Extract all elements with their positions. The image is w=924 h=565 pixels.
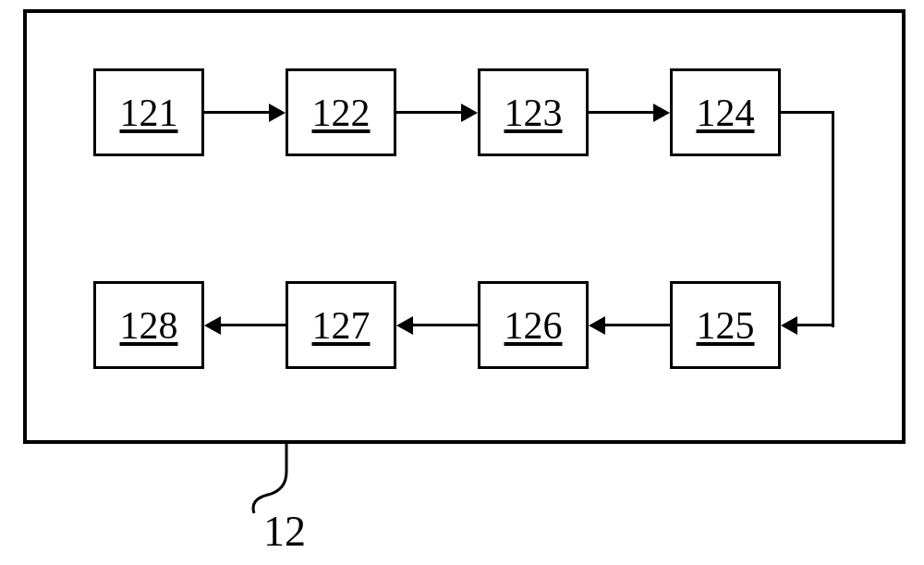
arrowhead-124-125 bbox=[781, 316, 797, 335]
block-121: 121 bbox=[93, 68, 204, 156]
block-123: 123 bbox=[478, 68, 589, 156]
arrow-125-left-in bbox=[796, 324, 834, 326]
block-126-label: 126 bbox=[505, 303, 563, 348]
arrow-123-124 bbox=[589, 111, 655, 114]
block-122-label: 122 bbox=[312, 91, 371, 135]
arrowhead-127-128 bbox=[204, 316, 221, 335]
arrow-124-right bbox=[781, 111, 834, 114]
arrowhead-125-126 bbox=[589, 316, 605, 335]
block-125: 125 bbox=[670, 281, 781, 369]
block-123-label: 123 bbox=[505, 91, 563, 135]
block-121-label: 121 bbox=[120, 91, 178, 135]
arrowhead-121-122 bbox=[269, 104, 286, 122]
arrow-122-123 bbox=[396, 111, 463, 114]
block-124-label: 124 bbox=[697, 91, 755, 135]
arrowhead-126-127 bbox=[396, 316, 413, 335]
arrow-126-127 bbox=[411, 324, 478, 326]
arrowhead-122-123 bbox=[461, 104, 478, 122]
arrow-124-125-vert bbox=[832, 111, 834, 327]
block-126: 126 bbox=[478, 281, 589, 369]
block-128: 128 bbox=[93, 281, 204, 369]
diagram-outer-frame: 121 122 123 124 128 127 126 125 bbox=[23, 9, 906, 444]
block-124: 124 bbox=[670, 68, 781, 156]
block-127-label: 127 bbox=[312, 303, 371, 348]
arrowhead-123-124 bbox=[653, 104, 670, 122]
arrow-127-128 bbox=[219, 324, 286, 326]
block-128-label: 128 bbox=[120, 303, 178, 348]
arrow-125-126 bbox=[603, 324, 670, 326]
arrow-121-122 bbox=[204, 111, 271, 114]
reference-label-12: 12 bbox=[263, 507, 306, 556]
block-122: 122 bbox=[286, 68, 396, 156]
block-125-label: 125 bbox=[697, 303, 755, 348]
block-127: 127 bbox=[286, 281, 396, 369]
